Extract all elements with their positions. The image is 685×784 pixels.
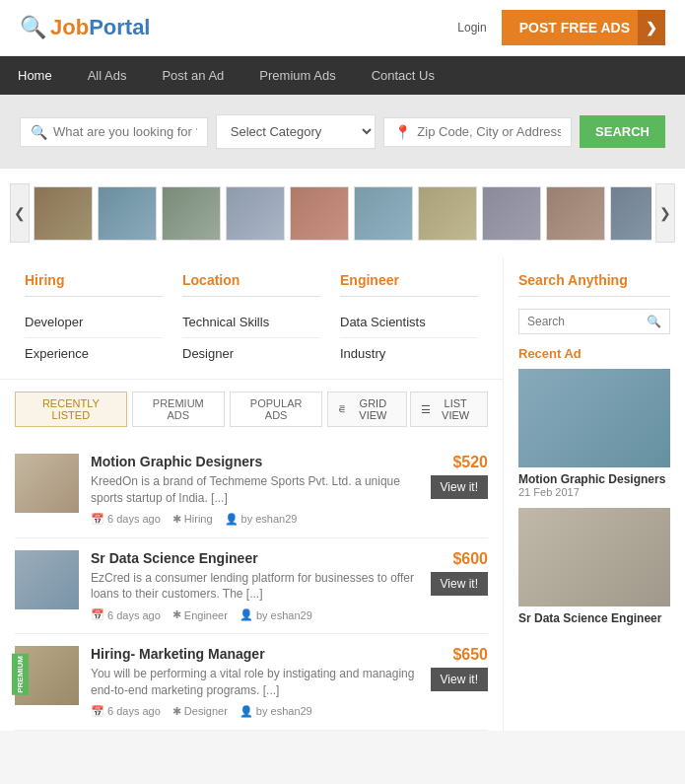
view-btn-2[interactable]: View it! (431, 572, 488, 596)
cat-link-developer[interactable]: Developer (25, 307, 163, 338)
view-toggle: ⋷ GRID VIEW ☰ LIST VIEW (327, 392, 488, 427)
carousel-image-10[interactable] (610, 186, 651, 241)
keyword-search-icon: 🔍 (31, 124, 47, 140)
carousel-image-3[interactable] (162, 186, 221, 241)
left-column: Hiring Developer Experience Location Tec… (0, 257, 503, 731)
job-desc-1: KreedOn is a brand of Techmeme Sports Pv… (91, 473, 419, 507)
main-nav: Home All Ads Post an Ad Premium Ads Cont… (0, 56, 685, 95)
job-user-3: 👤 by eshan29 (240, 705, 312, 718)
tab-popular-ads[interactable]: POPULAR ADS (230, 392, 323, 427)
cat-link-designer[interactable]: Designer (182, 338, 320, 369)
carousel-prev-button[interactable]: ❮ (10, 183, 30, 243)
job-price-col-2: $600 View it! (431, 550, 488, 596)
tab-premium-ads[interactable]: PREMIUM ADS (132, 392, 225, 427)
search-anything-title: Search Anything (518, 272, 670, 297)
job-time-2: 📅 6 days ago (91, 608, 161, 621)
job-meta-2: 📅 6 days ago ✱ Engineer 👤 by eshan29 (91, 608, 419, 621)
category-col-hiring: Hiring Developer Experience (15, 272, 172, 369)
carousel-image-4[interactable] (226, 186, 285, 241)
nav-premium-ads[interactable]: Premium Ads (241, 56, 353, 95)
cat-link-experience[interactable]: Experience (25, 338, 163, 369)
job-card-3: PREMIUM Hiring- Marketing Manager You wi… (15, 634, 488, 731)
job-user-1: 👤 by eshan29 (225, 513, 298, 526)
job-price-col-1: $520 View it! (431, 454, 488, 499)
listing-tabs: RECENTLY LISTED PREMIUM ADS POPULAR ADS … (15, 392, 488, 427)
carousel-next-button[interactable]: ❯ (655, 183, 675, 243)
job-desc-3: You will be performing a vital role by i… (91, 666, 419, 699)
job-cat-1: ✱ Hiring (172, 513, 213, 526)
job-content-3: Hiring- Marketing Manager You will be pe… (91, 646, 419, 718)
categories-grid: Hiring Developer Experience Location Tec… (0, 257, 503, 380)
recent-ad-image-1[interactable] (518, 369, 670, 467)
recent-ad-image-2[interactable] (518, 508, 670, 606)
carousel-image-7[interactable] (418, 186, 477, 241)
job-meta-1: 📅 6 days ago ✱ Hiring 👤 by eshan29 (91, 513, 419, 526)
carousel-image-2[interactable] (98, 186, 157, 241)
right-sidebar: Search Anything 🔍 Recent Ad Motion Graph… (503, 257, 685, 731)
job-thumb-2 (15, 550, 79, 609)
post-btn-arrow-icon: ❯ (638, 10, 665, 45)
category-select[interactable]: Select Category (216, 114, 377, 149)
keyword-input[interactable] (53, 124, 197, 139)
view-btn-1[interactable]: View it! (431, 475, 488, 499)
job-price-1: $520 (452, 454, 488, 471)
job-time-1: 📅 6 days ago (91, 513, 161, 526)
job-time-3: 📅 6 days ago (91, 705, 161, 718)
view-btn-3[interactable]: View it! (431, 668, 488, 691)
job-title-1: Motion Graphic Designers (91, 454, 419, 469)
nav-all-ads[interactable]: All Ads (70, 56, 145, 95)
location-input[interactable] (417, 124, 561, 139)
sidebar-search-input[interactable] (527, 315, 647, 328)
carousel-image-6[interactable] (354, 186, 413, 241)
job-price-col-3: $650 View it! (431, 646, 488, 691)
location-input-wrap: 📍 (383, 117, 572, 147)
image-carousel: ❮ ❯ (0, 169, 685, 257)
recent-ad-name-1: Motion Graphic Designers (518, 472, 670, 486)
carousel-images-container (34, 186, 651, 241)
search-button[interactable]: SEARCH (580, 115, 665, 148)
nav-home[interactable]: Home (0, 56, 70, 95)
job-card-2: Sr Data Science Engineer EzCred is a con… (15, 538, 488, 635)
logo-portal: Portal (89, 15, 150, 40)
job-cat-2: ✱ Engineer (172, 608, 228, 621)
carousel-image-1[interactable] (34, 186, 93, 241)
recent-ad-name-2: Sr Data Science Engineer (518, 611, 670, 625)
recent-ad-date-1: 21 Feb 2017 (518, 486, 670, 498)
recent-ad-section-title: Recent Ad (518, 346, 670, 361)
location-icon: 📍 (394, 124, 411, 140)
login-link[interactable]: Login (457, 21, 486, 35)
carousel-image-8[interactable] (482, 186, 541, 241)
cat-title-hiring: Hiring (25, 272, 163, 297)
sidebar-search-icon: 🔍 (647, 315, 661, 328)
list-view-button[interactable]: ☰ LIST VIEW (410, 392, 488, 427)
nav-post-ad[interactable]: Post an Ad (144, 56, 241, 95)
grid-icon: ⋷ (338, 403, 346, 416)
job-meta-3: 📅 6 days ago ✱ Designer 👤 by eshan29 (91, 705, 419, 718)
job-title-2: Sr Data Science Engineer (91, 550, 419, 566)
job-content-2: Sr Data Science Engineer EzCred is a con… (91, 550, 419, 622)
carousel-image-9[interactable] (546, 186, 605, 241)
tab-recently-listed[interactable]: RECENTLY LISTED (15, 392, 127, 427)
job-thumb-1 (15, 454, 79, 513)
category-col-location: Location Technical Skills Designer (172, 272, 330, 369)
cat-title-location: Location (182, 272, 320, 297)
cat-title-engineer: Engineer (340, 272, 478, 297)
main-body: Hiring Developer Experience Location Tec… (0, 257, 685, 731)
job-price-3: $650 (452, 646, 488, 664)
job-title-3: Hiring- Marketing Manager (91, 646, 419, 662)
category-col-engineer: Engineer Data Scientists Industry (330, 272, 488, 369)
logo-icon: 🔍 (20, 15, 46, 40)
logo-job: Job (50, 15, 89, 40)
carousel-image-5[interactable] (290, 186, 349, 241)
list-icon: ☰ (421, 403, 431, 416)
premium-badge: PREMIUM (12, 654, 29, 695)
nav-contact-us[interactable]: Contact Us (354, 56, 452, 95)
grid-view-button[interactable]: ⋷ GRID VIEW (327, 392, 407, 427)
job-content-1: Motion Graphic Designers KreedOn is a br… (91, 454, 419, 526)
job-desc-2: EzCred is a consumer lending platform fo… (91, 570, 419, 604)
site-header: 🔍 Job Portal Login POST FREE ADS ❯ (0, 0, 685, 56)
post-free-ads-button[interactable]: POST FREE ADS ❯ (502, 10, 665, 45)
cat-link-data-scientists[interactable]: Data Scientists (340, 307, 478, 338)
cat-link-industry[interactable]: Industry (340, 338, 478, 369)
cat-link-technical-skills[interactable]: Technical Skills (182, 307, 320, 338)
